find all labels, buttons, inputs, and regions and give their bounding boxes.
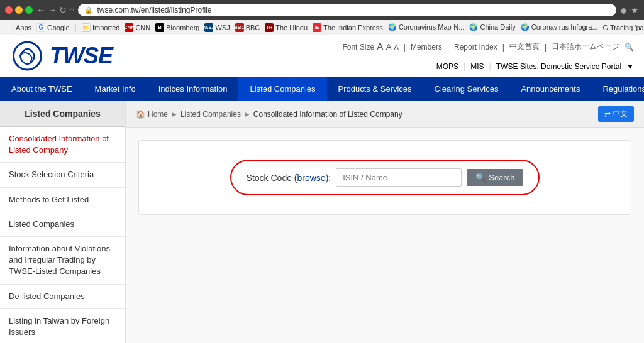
sidebar-item-methods-to-get-listed[interactable]: Methods to Get Listed xyxy=(0,188,125,212)
search-section: Stock Code (browse): 🔍 Search xyxy=(126,128,644,227)
breadcrumb: 🏠 Home ► Listed Companies ► Consolidated… xyxy=(126,101,644,128)
url-text: twse.com.tw/en/listed/listingProfile xyxy=(97,6,610,14)
dropdown-arrow-icon: ▼ xyxy=(626,62,634,71)
font-size-label: Font Size xyxy=(342,43,374,52)
google-icon: G xyxy=(36,23,45,32)
nav-indices-information[interactable]: Indices Information xyxy=(147,77,239,101)
content-wrapper: Listed Companies Consolidated Informatio… xyxy=(0,101,644,343)
lock-icon: 🔒 xyxy=(84,6,93,14)
stock-code-label: Stock Code (browse): xyxy=(247,173,331,183)
bookmark-cnn[interactable]: CNN CNN xyxy=(125,23,150,32)
bookmark-bbc[interactable]: BBC BBC xyxy=(235,23,260,32)
chinese-lang-button[interactable]: ⇄ 中文 xyxy=(598,106,634,122)
twse-sites-dropdown[interactable]: TWSE Sites: Domestic Service Portal xyxy=(496,62,621,71)
logo-area: TWSE xyxy=(10,40,113,72)
breadcrumb-arrow-2: ► xyxy=(243,110,251,119)
indianexpress-icon: IE xyxy=(313,23,321,32)
divider-3: | xyxy=(502,43,504,52)
search-icon-header[interactable]: 🔍 xyxy=(625,43,634,52)
divider-5: | xyxy=(464,62,465,71)
bookmark-thehindu[interactable]: TH The Hindu xyxy=(265,23,308,32)
nav-market-info[interactable]: Market Info xyxy=(84,77,147,101)
close-window-button[interactable] xyxy=(5,6,13,14)
font-size-controls: Font Size A A A xyxy=(342,41,398,53)
bookmark-coronavirus-map[interactable]: 🌍 Coronavirus Map-N... xyxy=(388,23,465,31)
nav-listed-companies[interactable]: Listed Companies xyxy=(238,77,326,101)
sidebar-item-stock-selection[interactable]: Stock Selection Criteria xyxy=(0,163,125,187)
main-navigation: About the TWSE Market Info Indices Infor… xyxy=(0,77,644,101)
divider-2: | xyxy=(447,43,449,52)
minimize-window-button[interactable] xyxy=(15,6,23,14)
bookmark-tracing[interactable]: G Tracing 'patient zer... xyxy=(603,24,644,31)
mis-link[interactable]: MIS xyxy=(470,62,484,71)
bookmark-wsj[interactable]: WSJ WSJ xyxy=(204,23,230,32)
maximize-window-button[interactable] xyxy=(25,6,33,14)
breadcrumb-current: Consolidated Information of Listed Compa… xyxy=(253,110,402,119)
font-small-button[interactable]: A xyxy=(394,43,398,51)
search-button[interactable]: 🔍 Search xyxy=(467,169,523,186)
sidebar-item-consolidated[interactable]: Consolidated Information of Listed Compa… xyxy=(0,127,125,163)
bookmarks-bar: ⋮ Apps G Google | 📁 Imported CNN CNN B B… xyxy=(0,20,644,35)
bookmark-chinadaily[interactable]: 🌍 China Daily xyxy=(469,23,515,31)
search-magnifier-icon: 🔍 xyxy=(475,173,486,182)
nav-regulations[interactable]: Regulations xyxy=(591,77,644,101)
browse-link[interactable]: browse xyxy=(297,173,326,183)
site-header: TWSE Font Size A A A | Members | Report … xyxy=(0,35,644,77)
home-icon: 🏠 xyxy=(136,110,145,119)
chinese-link[interactable]: 中文首頁 xyxy=(509,41,540,52)
cnn-icon: CNN xyxy=(125,23,133,32)
folder-icon: 📁 xyxy=(82,23,91,32)
stock-code-input[interactable] xyxy=(336,168,462,187)
bookmark-google[interactable]: G Google xyxy=(36,23,69,32)
search-container: Stock Code (browse): 🔍 Search xyxy=(138,140,631,215)
main-content: 🏠 Home ► Listed Companies ► Consolidated… xyxy=(126,101,644,343)
breadcrumb-arrow-1: ► xyxy=(170,110,178,119)
bookmark-indianexpress[interactable]: IE The Indian Express xyxy=(313,23,383,32)
browser-nav-buttons: ← → ↻ ⌂ xyxy=(36,5,74,15)
bloomberg-icon: B xyxy=(155,23,164,32)
font-medium-button[interactable]: A xyxy=(386,42,392,52)
lang-btn-label: 中文 xyxy=(613,109,628,119)
home-button[interactable]: ⌂ xyxy=(69,5,74,15)
breadcrumb-home[interactable]: Home xyxy=(148,110,168,119)
bbc-icon: BBC xyxy=(235,23,244,32)
japanese-link[interactable]: 日本語ホームページ xyxy=(552,41,619,52)
search-form: Stock Code (browse): 🔍 Search xyxy=(247,168,524,187)
sidebar-item-foreign-issuers[interactable]: Listing in Taiwan by Foreign Issuers xyxy=(0,309,125,343)
breadcrumb-listed-companies[interactable]: Listed Companies xyxy=(180,110,241,119)
extensions-icon[interactable]: ◆ xyxy=(620,5,627,15)
back-button[interactable]: ← xyxy=(36,5,45,15)
divider-6: | xyxy=(489,62,491,71)
translate-icon: ⇄ xyxy=(604,110,611,119)
divider-1: | xyxy=(404,43,406,52)
search-button-label: Search xyxy=(489,173,514,182)
nav-announcements[interactable]: Announcements xyxy=(509,77,591,101)
breadcrumb-left: 🏠 Home ► Listed Companies ► Consolidated… xyxy=(136,110,402,119)
bookmark-bloomberg[interactable]: B Bloomberg xyxy=(155,23,199,32)
mops-link[interactable]: MOPS xyxy=(436,62,458,71)
sidebar-item-delisted[interactable]: De-listed Companies xyxy=(0,285,125,309)
sidebar-item-listed-companies[interactable]: Listed Companies xyxy=(0,212,125,237)
window-controls xyxy=(5,6,33,14)
forward-button[interactable]: → xyxy=(48,5,57,15)
twse-logo-text: TWSE xyxy=(50,43,113,69)
nav-products-services[interactable]: Products & Services xyxy=(327,77,423,101)
bookmark-apps[interactable]: ⋮ Apps xyxy=(5,23,31,32)
sidebar: Listed Companies Consolidated Informatio… xyxy=(0,101,126,343)
browser-chrome: ← → ↻ ⌂ 🔒 twse.com.tw/en/listed/listingP… xyxy=(0,0,644,20)
font-large-button[interactable]: A xyxy=(377,41,384,53)
report-index-link[interactable]: Report Index xyxy=(454,43,497,52)
header-bottom-bar: MOPS | MIS | TWSE Sites: Domestic Servic… xyxy=(436,62,634,71)
nav-clearing-services[interactable]: Clearing Services xyxy=(423,77,510,101)
refresh-button[interactable]: ↻ xyxy=(59,5,67,15)
bookmark-imported[interactable]: 📁 Imported xyxy=(82,23,119,32)
sidebar-title: Listed Companies xyxy=(0,101,125,127)
bookmark-icon[interactable]: ★ xyxy=(631,5,639,15)
bookmark-coronavirus-infogra[interactable]: 🌍 Coronavirus Infogra... xyxy=(521,23,598,31)
search-highlight-oval: Stock Code (browse): 🔍 Search xyxy=(230,160,540,195)
members-link[interactable]: Members xyxy=(411,43,442,52)
apps-icon: ⋮ xyxy=(5,23,14,32)
sidebar-item-violations[interactable]: Information about Violations and Irregul… xyxy=(0,237,125,285)
address-bar[interactable]: 🔒 twse.com.tw/en/listed/listingProfile xyxy=(78,4,616,16)
nav-about-twse[interactable]: About the TWSE xyxy=(0,77,84,101)
